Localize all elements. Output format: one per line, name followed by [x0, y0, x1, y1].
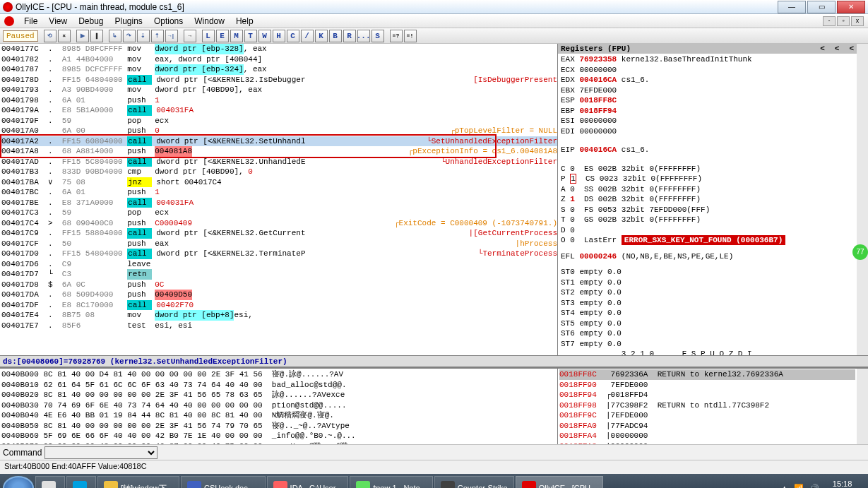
stack-row[interactable]: 0018FF9C |7EFDE000	[559, 410, 855, 421]
menu-file[interactable]: File	[18, 15, 43, 28]
toolbar-k-button[interactable]: K	[315, 30, 328, 42]
registers-pane[interactable]: Registers (FPU) <<< EAX 76923358 kernel3…	[558, 44, 857, 355]
toolbar-b-button[interactable]: B	[329, 30, 342, 42]
run-button[interactable]: ▶	[76, 30, 89, 42]
scrollbar[interactable]	[857, 44, 868, 355]
system-tray[interactable]: ▲ 📶 🔊 15:18 2017/11/8	[780, 480, 865, 488]
hexdump-row[interactable]: 0040B030 70 74 69 6F 6E 40 73 74 64 40 4…	[1, 400, 556, 411]
disassembly-pane[interactable]: 0040177C . 8985 D8FCFFFF mov dword ptr […	[0, 44, 558, 355]
disasm-row[interactable]: 004017DA . 68 509D4000 push 00409D50	[0, 290, 557, 300]
hexdump-row[interactable]: 0040B070 02 00 00 00 48 00 00 00 40 87 0…	[1, 441, 556, 445]
scrollbar-bottom[interactable]	[857, 369, 868, 444]
tray-vol-icon[interactable]: 🔊	[809, 484, 819, 489]
disasm-row[interactable]: 004017A8 . 68 A8814000 push 004081A8┌pEx…	[0, 146, 557, 157]
disasm-row[interactable]: 004017E4 . 8B75 08 mov dword ptr [ebp+8]…	[0, 310, 557, 321]
toolbar-r-button[interactable]: R	[343, 30, 356, 42]
clock-time[interactable]: 15:18	[825, 480, 860, 488]
stack-row[interactable]: 0018FFA8 |00000000	[559, 441, 855, 445]
taskbar-item[interactable]: *new 1 - Note...	[350, 476, 433, 488]
close-button[interactable]: ✕	[837, 1, 865, 13]
disasm-row[interactable]: 004017BA ∨ 75 08 jnz short 004017C4	[0, 177, 557, 188]
tray-icon[interactable]: ▲	[780, 484, 788, 488]
disasm-row[interactable]: 004017BE . E8 371A0000 call 004031FA	[0, 198, 557, 208]
disasm-row[interactable]: 00401782 . A1 44B04000 mov eax, dword pt…	[0, 54, 557, 65]
disasm-row[interactable]: 004017D8 $ 6A 0C push 0C	[0, 280, 557, 290]
toolbar-...-button[interactable]: ...	[357, 30, 370, 42]
maximize-button[interactable]: ▭	[807, 1, 836, 13]
disasm-row[interactable]: 004017C4 > 68 090400C0 push C0000409┌Exi…	[0, 218, 557, 229]
toolbar-t-button[interactable]: T	[244, 30, 257, 42]
toolbar-e-button[interactable]: E	[216, 30, 229, 42]
disasm-row[interactable]: 004017CF . 50 push eax|hProcess	[0, 239, 557, 249]
disasm-row[interactable]: 004017A0 6A 00 push 0┌pTopLevelFilter = …	[0, 126, 557, 136]
stack-row[interactable]: 0018FF94 ┌0018FFD4	[559, 390, 855, 400]
reg-left3-icon[interactable]: <	[849, 44, 854, 53]
options-button[interactable]: ≡?	[390, 30, 403, 42]
disasm-row[interactable]: 00401798 . 6A 01 push 1	[0, 95, 557, 106]
reg-left-icon[interactable]: <	[820, 44, 825, 53]
disasm-row[interactable]: 004017C3 . 59 pop ecx	[0, 208, 557, 218]
disasm-row[interactable]: 004017BC . 6A 01 push 1	[0, 187, 557, 198]
registers-header[interactable]: Registers (FPU) <<<	[558, 44, 857, 54]
taskbar-item[interactable]	[66, 476, 96, 488]
disasm-row[interactable]: 0040177C . 8985 D8FCFFFF mov dword ptr […	[0, 44, 557, 54]
floating-badge[interactable]: 77	[852, 244, 868, 260]
pause-button[interactable]: ‖	[90, 30, 103, 42]
hexdump-row[interactable]: 0040B050 8C 81 40 00 00 00 00 00 2E 3F 4…	[1, 421, 556, 432]
trace-over-button[interactable]: ⇡	[151, 30, 164, 42]
toolbar-s-button[interactable]: S	[371, 30, 384, 42]
toolbar-h-button[interactable]: H	[273, 30, 285, 42]
appearance-button[interactable]: ≡!	[404, 30, 417, 42]
exec-till-button[interactable]: →|	[165, 30, 178, 42]
menu-options[interactable]: Options	[148, 15, 189, 28]
disasm-row[interactable]: 004017B3 . 833D 90BD4000 cmp dword ptr […	[0, 167, 557, 177]
disasm-row[interactable]: 0040179A . E8 5B1A0000 call 004031FA	[0, 105, 557, 116]
trace-into-button[interactable]: ⇣	[137, 30, 150, 42]
disasm-row[interactable]: 004017D6 . C9 leave	[0, 259, 557, 270]
hexdump-row[interactable]: 0040B000 8C 81 40 00 D4 81 40 00 00 00 0…	[1, 369, 556, 380]
menu-help[interactable]: Help	[230, 15, 259, 28]
mdi-close-button[interactable]: x	[851, 16, 864, 26]
toolbar-l-button[interactable]: L	[202, 30, 215, 42]
disasm-row[interactable]: 004017E7 . 85F6 test esi, esi	[0, 321, 557, 331]
restart-button[interactable]: ⟲	[44, 30, 57, 42]
menu-plugins[interactable]: Plugins	[109, 15, 148, 28]
disasm-row[interactable]: 004017C9 . FF15 58804000 call dword ptr …	[0, 228, 557, 239]
disasm-row[interactable]: 004017A2 . FF15 60804000 call dword ptr …	[0, 136, 557, 147]
stack-row[interactable]: 0018FF8C 7692336A RETURN to kernel32.769…	[559, 369, 855, 380]
hexdump-row[interactable]: 0040B060 5F 69 6E 66 6F 40 40 00 42 B0 7…	[1, 431, 556, 441]
taskbar-item[interactable]: Counter-Strike	[434, 476, 514, 488]
stack-pane[interactable]: 0018FF8C 7692336A RETURN to kernel32.769…	[558, 369, 857, 444]
disasm-row[interactable]: 00401787 . 8985 DCFCFFFF mov dword ptr […	[0, 64, 557, 75]
hexdump-row[interactable]: 0040B020 8C 81 40 00 00 00 00 00 2E 3F 4…	[1, 390, 556, 400]
step-into-button[interactable]: ↳	[109, 30, 121, 42]
stack-row[interactable]: 0018FF90 7EFDE000	[559, 380, 855, 391]
disasm-row[interactable]: 004017AD . FF15 5C804000 call dword ptr …	[0, 157, 557, 167]
goto-button[interactable]: →	[184, 30, 196, 42]
close-prog-button[interactable]: ×	[58, 30, 71, 42]
disasm-row[interactable]: 00401793 . A3 90BD4000 mov dword ptr [40…	[0, 85, 557, 95]
minimize-button[interactable]: —	[778, 1, 806, 13]
command-input[interactable]	[44, 446, 157, 459]
disasm-row[interactable]: 004017D7 └ C3 retn	[0, 269, 557, 280]
start-button[interactable]	[3, 476, 34, 488]
hexdump-row[interactable]: 0040B040 4E E6 40 BB 01 19 84 44 8C 81 4…	[1, 410, 556, 421]
menu-window[interactable]: Window	[189, 15, 230, 28]
hexdump-pane[interactable]: 0040B000 8C 81 40 00 D4 81 40 00 00 00 0…	[0, 369, 558, 444]
menu-debug[interactable]: Debug	[73, 15, 109, 28]
toolbar-c-button[interactable]: C	[287, 30, 299, 42]
taskbar-item[interactable]: CSHook.doc -...	[181, 476, 266, 488]
stack-row[interactable]: 0018FFA0 |77FADC94	[559, 421, 855, 432]
taskbar-item[interactable]: IDA - C:\User...	[267, 476, 348, 488]
disasm-row[interactable]: 0040179F . 59 pop ecx	[0, 116, 557, 126]
taskbar-item[interactable]	[35, 476, 65, 488]
disasm-row[interactable]: 004017DF . E8 8C170000 call 00402F70	[0, 300, 557, 311]
disasm-row[interactable]: 004017D0 . FF15 54804000 call dword ptr …	[0, 249, 557, 259]
stack-row[interactable]: 0018FFA4 |00000000	[559, 431, 855, 441]
taskbar-item[interactable]: OllyICE - [CPU...	[516, 476, 604, 488]
tray-net-icon[interactable]: 📶	[794, 484, 804, 489]
reg-left2-icon[interactable]: <	[835, 44, 840, 53]
disasm-row[interactable]: 0040178D . FF15 64804000 call dword ptr …	[0, 75, 557, 85]
stack-row[interactable]: 0018FF98 |77C398F2 RETURN to ntdll.77C39…	[559, 400, 855, 411]
hexdump-row[interactable]: 0040B010 62 61 64 5F 61 6C 6C 6F 63 40 7…	[1, 380, 556, 391]
